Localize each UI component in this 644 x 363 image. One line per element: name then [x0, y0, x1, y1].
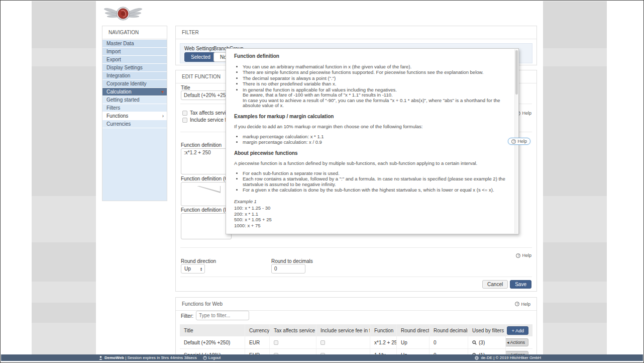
cancel-button[interactable]: Cancel: [482, 280, 508, 289]
nav-item-label: Import: [106, 49, 121, 54]
function-definition-textarea[interactable]: :x*1.2 + 250: [181, 148, 232, 174]
nav-item-label: Filters: [106, 105, 120, 111]
popover-example: Example 2: x * 1.1120: x * 1.2 - 121000:…: [234, 234, 509, 234]
navigation-panel: NAVIGATION Master DataImportExportDispla…: [102, 26, 167, 201]
popover-heading: Examples for markup / margin calculation: [234, 114, 509, 120]
popover-example-line: 100: x * 1.25 - 30: [234, 205, 509, 211]
ghost-block: [32, 323, 96, 354]
help-link-table[interactable]: Help: [515, 302, 530, 307]
help-label: Help: [522, 253, 531, 258]
nav-item-integration[interactable]: Integration: [102, 72, 167, 79]
nav-item-calculation[interactable]: Calculation▾: [102, 88, 167, 96]
ghost-block: [32, 282, 96, 303]
nav-item-label: Export: [106, 57, 121, 62]
ghost-block: [543, 323, 607, 354]
table-filter-input[interactable]: [196, 311, 249, 320]
popover-bullet: There is no other predefined variable th…: [243, 81, 509, 87]
popover-body: Function definitionYou can use an arbitr…: [234, 54, 509, 234]
nav-item-functions[interactable]: Functions›: [102, 112, 167, 120]
column-header-round-decimals: Round decimals: [430, 324, 468, 336]
used-by-filters-count: (3): [479, 340, 485, 345]
scrollbar-thumb[interactable]: [515, 50, 518, 95]
nav-item-getting-started[interactable]: Getting started: [102, 96, 167, 104]
cell-used-by-filters[interactable]: (3): [468, 336, 506, 348]
user-icon: [99, 356, 102, 360]
function-definition-infant-textarea[interactable]: [181, 213, 232, 239]
cell-tax-affects-service-fee: [270, 336, 316, 348]
column-header-function: Function: [370, 324, 397, 336]
help-link-function-definition[interactable]: Help: [508, 138, 530, 145]
help-label: Help: [521, 302, 530, 307]
help-label: Help: [522, 111, 531, 116]
nav-items: Master DataImportExportDisplay SettingsI…: [102, 39, 167, 201]
popover-bullet-list: markup percentage calculation: x * 1.1ma…: [234, 134, 509, 145]
nav-item-export[interactable]: Export: [102, 56, 167, 63]
popover-example-line: 500: x * 1.05 + 25: [234, 217, 509, 223]
actions-label: Actions: [510, 340, 525, 345]
popover-example-line: 1000: x + 75: [234, 223, 509, 229]
nav-item-corporate-identity[interactable]: Corporate Identity: [102, 80, 167, 87]
nav-item-currencies[interactable]: Currencies: [102, 120, 167, 128]
title-label: Title: [181, 85, 190, 90]
help-link-round[interactable]: Help: [516, 253, 531, 258]
round-direction-select[interactable]: Up ▲▼: [181, 264, 205, 274]
column-header-actions: + Add: [506, 324, 532, 336]
footer-user: DemoWeb | Session expires in 5hrs 44mins…: [99, 355, 197, 360]
nav-item-label: Functions: [106, 113, 128, 119]
nav-item-display-settings[interactable]: Display Settings: [102, 64, 167, 71]
include-checkbox[interactable]: [320, 340, 325, 345]
actions-button[interactable]: ◂ Actions: [506, 338, 528, 346]
include-service-fee-checkbox[interactable]: [182, 118, 187, 123]
popover-bullet: For each sub-function a separate row is …: [243, 171, 509, 176]
nav-item-master-data[interactable]: Master Data: [102, 40, 167, 47]
nav-item-label: Currencies: [106, 121, 131, 127]
column-header-used-by-filters: Used by filters: [468, 324, 506, 336]
winged-emblem-icon: [103, 4, 143, 24]
question-circle-icon: [516, 253, 520, 258]
background-strip-left: [32, 1, 96, 354]
select-arrows-icon: ▲▼: [200, 267, 202, 271]
app-window: NAVIGATION Master DataImportExportDispla…: [0, 0, 644, 363]
filter-header: FILTER: [176, 26, 536, 39]
cell-title: Default (+20% +250): [180, 336, 245, 348]
cell-include-service-fee-in-fare: [316, 336, 370, 348]
function-definition-help-popover: Function definitionYou can use an arbitr…: [226, 48, 519, 234]
web-settings-selected-button[interactable]: Selected: [184, 52, 217, 62]
hitchhiker-logo: [103, 4, 143, 24]
nav-item-label: Calculation: [106, 89, 131, 95]
popover-tail: [197, 186, 220, 192]
locale-label: de-DE | © 2019 HitchHiker GmbH: [481, 355, 541, 360]
divider: [180, 247, 532, 248]
ghost-block: [32, 48, 96, 66]
cell-round-direction: Up: [397, 336, 430, 348]
cell-actions: ◂ Actions: [506, 336, 532, 348]
ghost-block: [543, 282, 607, 303]
tax-affects-service-fee-checkbox[interactable]: [182, 111, 187, 116]
popover-bullet: In general the function is applicable fo…: [243, 87, 509, 109]
save-button[interactable]: Save: [510, 280, 531, 289]
chevron-down-icon: ▾: [161, 88, 164, 96]
functions-table: TitleCurrencyTax affects service feeIncl…: [180, 324, 532, 355]
nav-item-label: Display Settings: [106, 65, 143, 70]
chevron-right-icon: ›: [162, 112, 164, 120]
popover-bullet: The decimal separator is always a point …: [243, 76, 509, 81]
nav-item-filters[interactable]: Filters: [102, 104, 167, 112]
cell-function: x*1.2 + 250: [370, 336, 397, 348]
logout-button[interactable]: Logout: [203, 355, 221, 360]
ghost-block: [543, 196, 607, 242]
help-label: Help: [517, 139, 527, 144]
table-header-row: TitleCurrencyTax affects service feeIncl…: [180, 324, 532, 336]
nav-item-label: Corporate Identity: [106, 81, 147, 86]
column-header-title: Title: [180, 324, 245, 336]
nav-item-import[interactable]: Import: [102, 48, 167, 55]
logout-icon: [203, 356, 207, 360]
nav-item-label: Master Data: [106, 41, 134, 46]
magnifier-icon: [472, 340, 477, 345]
tax-checkbox[interactable]: [274, 340, 278, 345]
round-direction-label: Round direction: [181, 258, 216, 264]
round-decimals-input[interactable]: [271, 264, 305, 274]
web-settings-label: Web Settings: [184, 46, 214, 51]
popover-paragraph: A piecewise function is a function defin…: [234, 161, 509, 166]
filter-title: FILTER: [182, 30, 199, 35]
add-button[interactable]: + Add: [507, 326, 528, 335]
